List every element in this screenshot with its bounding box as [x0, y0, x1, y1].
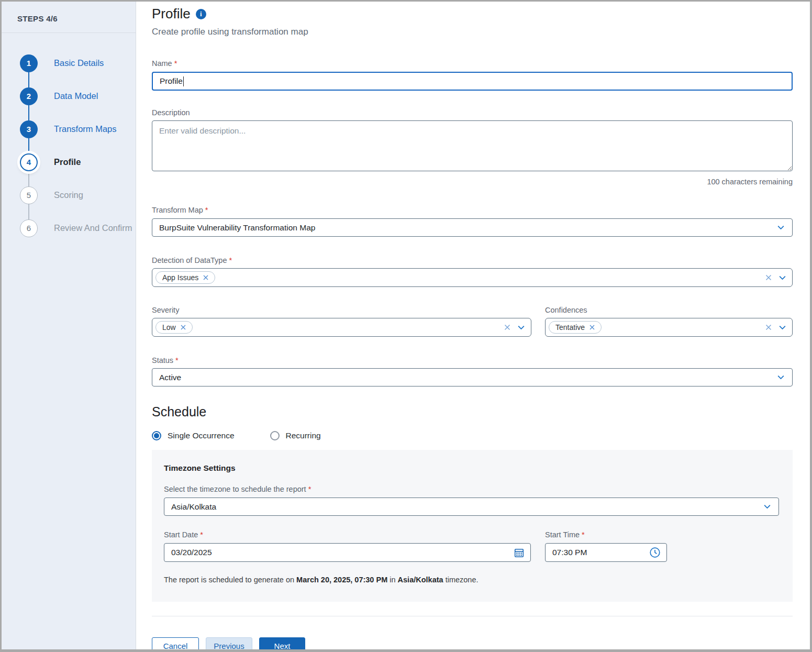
detection-datatype-label: Detection of DataType* — [152, 256, 793, 264]
step-label: Data Model — [54, 91, 98, 101]
radio-recurring[interactable]: Recurring — [270, 431, 321, 440]
step-5-circle: 5 — [20, 186, 38, 204]
sidebar-step-data-model[interactable]: 2 Data Model — [2, 80, 136, 113]
chevron-down-icon — [776, 223, 785, 232]
step-1-circle: 1 — [20, 54, 38, 72]
severity-select[interactable]: Low — [152, 318, 531, 337]
clock-icon[interactable] — [649, 547, 661, 558]
step-label: Transform Maps — [54, 124, 117, 134]
name-label: Name* — [152, 59, 793, 68]
start-time-value: 07:30 PM — [552, 548, 649, 557]
chevron-down-icon[interactable] — [778, 323, 787, 332]
status-label: Status* — [152, 356, 793, 364]
step-number: 3 — [27, 125, 31, 134]
x-icon[interactable] — [202, 274, 209, 281]
step-6-circle: 6 — [20, 219, 38, 237]
radio-label: Recurring — [286, 431, 321, 440]
next-button[interactable]: Next — [259, 637, 305, 649]
schedule-note: The report is scheduled to generate on M… — [164, 576, 779, 584]
sidebar-step-scoring[interactable]: 5 Scoring — [2, 179, 136, 212]
transform-map-value: BurpSuite Vulnerability Transformation M… — [159, 223, 776, 233]
chevron-down-icon — [763, 502, 772, 511]
description-input[interactable] — [152, 120, 793, 171]
characters-remaining: 100 characters remaining — [152, 178, 793, 186]
transform-map-label: Transform Map* — [152, 206, 793, 214]
footer-divider — [152, 616, 793, 616]
cancel-button[interactable]: Cancel — [152, 637, 199, 649]
step-3-circle: 3 — [20, 120, 38, 138]
chip-label: Tentative — [555, 323, 585, 331]
steps-sidebar: STEPS 4/6 1 Basic Details 2 Data Model 3… — [2, 2, 136, 649]
detection-datatype-select[interactable]: App Issues — [152, 268, 793, 287]
description-label: Description — [152, 108, 793, 117]
previous-button[interactable]: Previous — [206, 637, 252, 649]
step-number: 2 — [27, 92, 31, 101]
status-select[interactable]: Active — [152, 368, 793, 386]
sidebar-step-profile[interactable]: 4 Profile — [2, 146, 136, 179]
step-label: Basic Details — [54, 58, 104, 68]
timezone-value: Asia/Kolkata — [171, 502, 763, 512]
timezone-select[interactable]: Asia/Kolkata — [164, 498, 779, 516]
start-time-label: Start Time* — [545, 531, 667, 539]
calendar-icon[interactable] — [514, 547, 525, 558]
x-icon[interactable] — [180, 324, 187, 331]
step-number: 6 — [27, 224, 31, 233]
sidebar-step-transform-maps[interactable]: 3 Transform Maps — [2, 113, 136, 146]
required-marker: * — [205, 206, 208, 214]
chip-label: App Issues — [162, 273, 198, 282]
chip-label: Low — [162, 323, 176, 331]
chevron-down-icon[interactable] — [778, 273, 787, 282]
confidences-label: Confidences — [545, 306, 793, 314]
start-date-value: 03/20/2025 — [171, 548, 514, 557]
step-label: Scoring — [54, 190, 83, 200]
page-title: Profile — [152, 6, 191, 22]
radio-button — [152, 431, 161, 440]
sidebar-step-review-and-confirm[interactable]: 6 Review And Confirm — [2, 212, 136, 245]
required-marker: * — [582, 531, 585, 539]
start-date-input[interactable]: 03/20/2025 — [164, 543, 531, 562]
severity-label: Severity — [152, 306, 531, 314]
required-marker: * — [200, 531, 203, 539]
footer-actions: Cancel Previous Next — [152, 637, 793, 649]
name-value: Profile — [160, 76, 183, 86]
steps-counter: STEPS 4/6 — [2, 14, 136, 33]
x-icon[interactable] — [588, 324, 596, 331]
status-value: Active — [159, 373, 776, 382]
start-time-input[interactable]: 07:30 PM — [545, 543, 667, 562]
step-4-circle: 4 — [20, 153, 38, 171]
required-marker: * — [174, 59, 177, 68]
transform-map-select[interactable]: BurpSuite Vulnerability Transformation M… — [152, 218, 793, 237]
step-label: Review And Confirm — [54, 223, 132, 233]
wizard-window: STEPS 4/6 1 Basic Details 2 Data Model 3… — [0, 0, 812, 652]
radio-label: Single Occurrence — [168, 431, 235, 440]
chevron-down-icon — [776, 373, 785, 382]
steps-list: 1 Basic Details 2 Data Model 3 Transform… — [2, 47, 136, 245]
step-number: 4 — [27, 158, 31, 167]
step-label: Profile — [54, 157, 81, 167]
profile-form: Profile i Create profile using transform… — [136, 2, 810, 649]
step-number: 5 — [27, 191, 31, 200]
radio-button — [270, 431, 280, 440]
clear-icon[interactable] — [764, 273, 773, 282]
required-marker: * — [308, 485, 312, 493]
schedule-heading: Schedule — [152, 404, 793, 419]
timezone-settings-panel: Timezone Settings Select the timezone to… — [152, 450, 793, 602]
required-marker: * — [175, 356, 179, 364]
required-marker: * — [229, 256, 232, 264]
sidebar-step-basic-details[interactable]: 1 Basic Details — [2, 47, 136, 80]
chip-low[interactable]: Low — [155, 321, 193, 334]
radio-single-occurrence[interactable]: Single Occurrence — [152, 431, 235, 440]
clear-icon[interactable] — [503, 323, 511, 331]
timezone-label: Select the timezone to schedule the repo… — [164, 485, 779, 493]
page-subtitle: Create profile using transformation map — [152, 27, 793, 37]
name-input[interactable]: Profile — [152, 72, 793, 91]
info-icon[interactable]: i — [196, 9, 206, 19]
clear-icon[interactable] — [764, 323, 773, 331]
start-date-label: Start Date* — [164, 531, 531, 539]
timezone-settings-title: Timezone Settings — [164, 463, 779, 473]
chevron-down-icon[interactable] — [517, 323, 526, 332]
chip-app-issues[interactable]: App Issues — [155, 271, 215, 284]
step-number: 1 — [27, 59, 31, 68]
chip-tentative[interactable]: Tentative — [549, 321, 602, 334]
confidences-select[interactable]: Tentative — [545, 318, 793, 337]
